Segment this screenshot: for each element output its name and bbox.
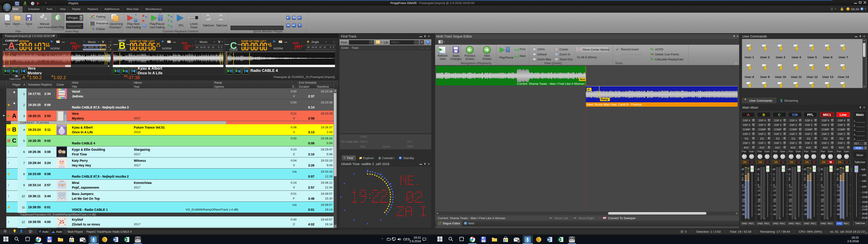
svg-text:2: 2: [518, 240, 519, 242]
svg-text:MIRAI: MIRAI: [59, 181, 64, 182]
svg-text:2: 2: [84, 240, 85, 242]
svg-text:R·D·S: R·D·S: [569, 240, 575, 242]
svg-text:25: 25: [59, 219, 64, 224]
svg-text:JEDNOU: JEDNOU: [58, 94, 66, 96]
svg-text:X: X: [125, 238, 127, 241]
svg-text:W: W: [114, 238, 116, 241]
svg-text:X: X: [559, 238, 561, 241]
svg-text:VERA: VERA: [64, 114, 67, 121]
svg-text:KYAU&ALBERT: KYAU&ALBERT: [57, 125, 66, 126]
svg-text:VOXEL: VOXEL: [59, 92, 65, 94]
svg-text:W: W: [548, 238, 550, 241]
svg-text:R·D·S: R·D·S: [135, 240, 141, 242]
